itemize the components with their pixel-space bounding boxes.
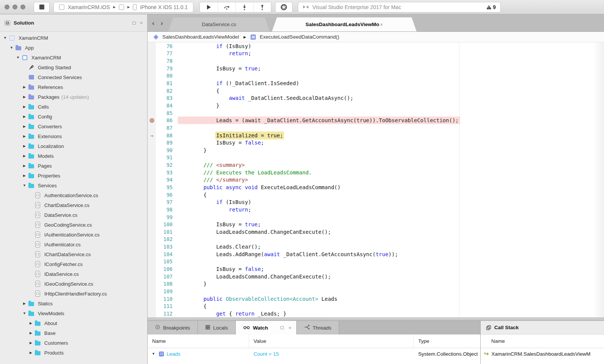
tree-item-xamarincrm[interactable]: ▼XamarinCRM xyxy=(0,33,147,43)
tree-item-packages[interactable]: ▶Packages(14 updates) xyxy=(0,92,147,102)
code-line-81[interactable]: 81 if (!_DataClient.IsSeeded) xyxy=(148,79,604,87)
code-line-80[interactable]: 80 xyxy=(148,72,604,80)
code-line-105[interactable]: 105 xyxy=(148,258,604,266)
watch-name-cell[interactable]: ▼Leads xyxy=(148,348,249,359)
gutter[interactable] xyxy=(148,50,156,58)
code-line-97[interactable]: 97 if (IsBusy) xyxy=(148,198,604,206)
minimize-window-button[interactable] xyxy=(12,5,17,9)
code-line-106[interactable]: 106 IsBusy = false; xyxy=(148,265,604,273)
gutter[interactable] xyxy=(148,65,156,72)
target-device-label[interactable]: iPhone X iOS 11.0.1 xyxy=(140,4,188,10)
tree-item-base[interactable]: ▶Base xyxy=(0,328,147,338)
gutter[interactable] xyxy=(148,265,156,273)
gutter[interactable] xyxy=(148,191,156,199)
watch-column-value[interactable]: Value xyxy=(249,334,414,348)
gutter[interactable] xyxy=(148,87,156,95)
pad-tab-locals[interactable]: Locals xyxy=(198,321,236,334)
tree-item-iconfigfetcher-cs[interactable]: {}IConfigFetcher.cs xyxy=(0,259,147,269)
tree-item-geocodingservice-cs[interactable]: {}GeoCodingService.cs xyxy=(0,220,147,230)
breakpoint-icon[interactable] xyxy=(149,118,154,123)
tree-item-config[interactable]: ▶Config xyxy=(0,112,147,121)
code-line-110[interactable]: 110 public ObservableCollection<Account>… xyxy=(148,295,604,303)
tree-item-localization[interactable]: ▶Localization xyxy=(0,141,147,151)
gutter[interactable] xyxy=(148,213,156,221)
gutter[interactable] xyxy=(148,94,156,102)
step-over-button[interactable] xyxy=(218,2,235,12)
close-pad-button[interactable]: × xyxy=(288,325,291,331)
editor-tab-salesdashboardleadsviewmo[interactable]: SalesDashboardLeadsViewMo× xyxy=(272,17,417,31)
gutter[interactable] xyxy=(148,42,156,50)
code-line-107[interactable]: 107 LoadLeadsCommand.ChangeCanExecute(); xyxy=(148,273,604,280)
disclosure-right-icon[interactable]: ▶ xyxy=(22,115,27,118)
tree-item-connected-services[interactable]: Connected Services xyxy=(0,72,147,82)
disclosure-right-icon[interactable]: ▶ xyxy=(28,341,34,345)
close-tab-icon[interactable]: × xyxy=(380,22,383,28)
gutter[interactable] xyxy=(148,206,156,213)
code-line-82[interactable]: 82 { xyxy=(148,87,604,95)
disclosure-right-icon[interactable]: ▶ xyxy=(22,85,27,89)
gutter[interactable] xyxy=(148,184,156,191)
tree-item-app[interactable]: ▼App xyxy=(0,43,147,53)
tree-item-statics[interactable]: ▶Statics xyxy=(0,299,147,308)
disclosure-down-icon[interactable]: ▼ xyxy=(151,352,156,356)
code-line-96[interactable]: 96 { xyxy=(148,191,604,199)
gutter[interactable] xyxy=(148,72,156,80)
gutter[interactable] xyxy=(148,288,156,295)
disclosure-right-icon[interactable]: ▶ xyxy=(22,164,27,168)
code-line-79[interactable]: 79 IsBusy = true; xyxy=(148,65,604,72)
close-pad-button[interactable]: × xyxy=(140,20,143,25)
code-line-76[interactable]: 76 if (IsBusy) xyxy=(148,42,604,50)
disclosure-right-icon[interactable]: ▶ xyxy=(22,174,27,177)
disclosure-right-icon[interactable]: ▶ xyxy=(22,302,27,305)
tree-item-products[interactable]: ▶Products xyxy=(0,348,147,358)
gutter[interactable] xyxy=(148,124,156,132)
dock-pad-button[interactable] xyxy=(132,22,136,25)
gutter[interactable] xyxy=(148,139,156,146)
tree-item-getting-started[interactable]: Getting Started xyxy=(0,62,147,72)
tree-item-about[interactable]: ▶About xyxy=(0,318,147,328)
tree-item-viewmodels[interactable]: ▼ViewModels xyxy=(0,308,147,318)
editor-tab-dataservice-cs[interactable]: DataService.cs xyxy=(168,17,270,31)
current-statement-gutter[interactable]: → xyxy=(148,132,156,139)
stop-debugging-button[interactable] xyxy=(34,2,50,12)
gutter[interactable] xyxy=(148,280,156,288)
tree-item-authenticationservice-cs[interactable]: {}AuthenticationService.cs xyxy=(0,190,147,200)
code-line-109[interactable]: 109 xyxy=(148,288,604,295)
tree-item-services[interactable]: ▼Services xyxy=(0,180,147,190)
disclosure-right-icon[interactable]: ▶ xyxy=(28,321,34,325)
disclosure-right-icon[interactable]: ▶ xyxy=(28,351,34,355)
continue-button[interactable] xyxy=(200,2,218,12)
code-line-104[interactable]: 104 Leads.AddRange(await _DataClient.Get… xyxy=(148,250,604,258)
code-editor[interactable]: 76 if (IsBusy)77 return;7879 IsBusy = tr… xyxy=(148,42,604,317)
warnings-indicator[interactable]: 9 xyxy=(486,4,496,10)
code-line-108[interactable]: 108 } xyxy=(148,280,604,288)
code-line-88[interactable]: →88 IsInitialized = true; xyxy=(148,132,604,139)
gutter[interactable] xyxy=(148,236,156,243)
horizontal-splitter[interactable] xyxy=(148,317,604,321)
code-line-95[interactable]: 95 public async void ExecuteLoadLeadsCom… xyxy=(148,184,604,191)
disclosure-right-icon[interactable]: ▶ xyxy=(28,331,34,335)
pad-tab-breakpoints[interactable]: Breakpoints xyxy=(148,321,198,334)
disclosure-right-icon[interactable]: ▶ xyxy=(22,144,27,148)
disclosure-down-icon[interactable]: ▼ xyxy=(22,184,27,187)
code-line-93[interactable]: 93 /// Executes the LoadLeadsCommand. xyxy=(148,169,604,176)
code-line-77[interactable]: 77 return; xyxy=(148,50,604,58)
pad-tab-threads[interactable]: Threads xyxy=(297,321,339,334)
breakpoint-gutter[interactable] xyxy=(148,117,156,124)
tree-item-pages[interactable]: ▶Pages xyxy=(0,161,147,171)
tree-item-chartdataservice-cs[interactable]: {}ChartDataService.cs xyxy=(0,200,147,210)
gutter[interactable] xyxy=(148,250,156,258)
code-line-100[interactable]: 100 IsBusy = true; xyxy=(148,221,604,228)
tree-item-dataservice-cs[interactable]: {}DataService.cs xyxy=(0,210,147,220)
code-line-101[interactable]: 101 LoadLeadsCommand.ChangeCanExecute(); xyxy=(148,228,604,236)
watch-row-leads[interactable]: ▼LeadsCount = 15System.Collections.Objec… xyxy=(148,348,480,359)
step-out-button[interactable] xyxy=(253,2,271,12)
tree-item-references[interactable]: ▶References xyxy=(0,82,147,92)
gutter[interactable] xyxy=(148,273,156,280)
navigate-forward-button[interactable]: › xyxy=(160,19,163,26)
call-stack-frame[interactable]: ↪XamarinCRM.SalesDashboardLeadsViewM xyxy=(481,348,604,359)
navigate-back-button[interactable]: ‹ xyxy=(152,19,154,26)
disclosure-right-icon[interactable]: ▶ xyxy=(22,154,27,158)
code-line-91[interactable]: 91 xyxy=(148,154,604,162)
disclosure-down-icon[interactable]: ▼ xyxy=(2,36,8,40)
